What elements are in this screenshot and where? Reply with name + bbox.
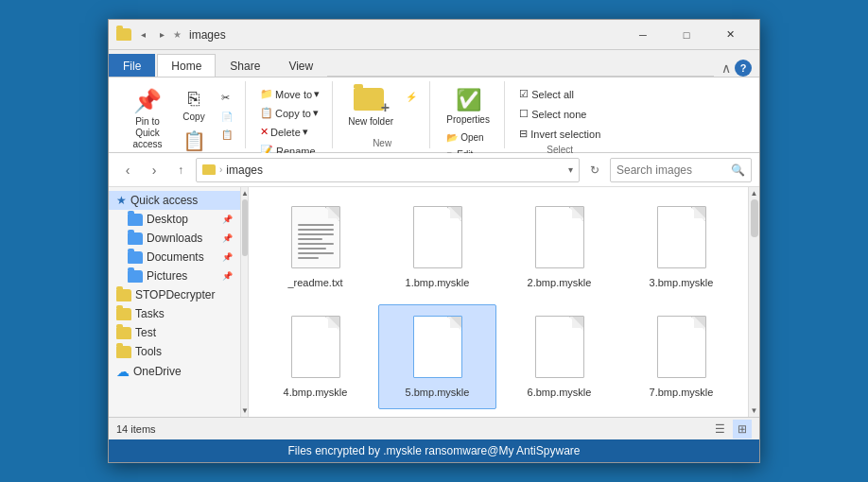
view-large-icons-button[interactable]: ⊞ xyxy=(733,420,752,439)
new-folder-label: New folder xyxy=(348,116,393,128)
sidebar-item-documents[interactable]: Documents 📌 xyxy=(109,248,240,267)
paste-icon: 📋 xyxy=(182,129,206,152)
ribbon-help-icon[interactable]: ? xyxy=(735,60,752,77)
path-dropdown-icon[interactable]: ▾ xyxy=(568,164,573,175)
invert-selection-button[interactable]: ⊟ Invert selection xyxy=(514,125,605,143)
sidebar-scroll-up[interactable]: ▲ xyxy=(241,187,248,198)
title-back-icon: ◂ xyxy=(135,27,150,43)
address-bar[interactable]: › images ▾ xyxy=(196,158,580,182)
content-scrollbar[interactable]: ▲ ▼ xyxy=(748,187,759,417)
sidebar-scroll-down[interactable]: ▼ xyxy=(241,406,248,417)
tab-share[interactable]: Share xyxy=(216,54,274,77)
documents-folder-icon xyxy=(128,251,143,264)
search-input[interactable] xyxy=(616,164,727,177)
forward-button[interactable]: › xyxy=(143,159,165,181)
sidebar-item-onedrive[interactable]: ☁ OneDrive xyxy=(109,361,240,382)
new-folder-button[interactable]: + New folder xyxy=(342,85,399,130)
list-item[interactable]: 1.bmp.myskle xyxy=(378,195,496,301)
sidebar-scrollbar[interactable]: ▲ ▼ xyxy=(241,187,249,417)
sidebar-label-tools: Tools xyxy=(135,345,162,358)
list-item[interactable]: 7.bmp.myskle xyxy=(622,304,740,410)
file-icon-7 xyxy=(651,311,712,383)
up-button[interactable]: ↑ xyxy=(169,159,192,181)
sidebar-item-quick-access[interactable]: ★ Quick access xyxy=(109,191,240,210)
sidebar-item-stopdecrypter[interactable]: STOPDecrypter xyxy=(109,285,240,304)
properties-button[interactable]: ✅ Properties xyxy=(440,85,496,128)
copy-path-icon: 📄 xyxy=(221,112,233,122)
title-quick-access-star: ★ xyxy=(173,29,182,40)
move-icon: 📁 xyxy=(260,88,273,100)
easy-access-icon: ⚡ xyxy=(406,92,417,102)
tab-file[interactable]: File xyxy=(109,54,155,77)
list-item[interactable]: 3.bmp.myskle xyxy=(622,195,740,301)
file-name-5: 5.bmp.myskle xyxy=(406,387,470,398)
sidebar-scroll-thumb[interactable] xyxy=(242,199,248,256)
organize-items: 📁 Move to ▾ 📋 Copy to ▾ ✕ Delete ▾ xyxy=(255,81,324,160)
sidebar-label-stopdecrypter: STOPDecrypter xyxy=(135,288,215,301)
sidebar-label-test: Test xyxy=(135,326,156,339)
sidebar-item-test[interactable]: Test xyxy=(109,323,240,342)
content-area: _readme.txt 1.bmp.myskle xyxy=(249,187,748,417)
copy-to-button[interactable]: 📋 Copy to ▾ xyxy=(255,104,323,122)
content-wrapper: ★ Quick access Desktop 📌 Downloads 📌 Doc… xyxy=(109,187,759,417)
sidebar-item-tools[interactable]: Tools xyxy=(109,342,240,361)
file-name-readme: _readme.txt xyxy=(287,277,342,288)
view-details-button[interactable]: ☰ xyxy=(710,420,729,439)
sidebar-item-downloads[interactable]: Downloads 📌 xyxy=(109,229,240,248)
select-none-button[interactable]: ☐ Select none xyxy=(514,105,591,123)
status-item-count: 14 items xyxy=(116,423,156,435)
downloads-folder-icon xyxy=(128,232,143,245)
ribbon-group-select: ☑ Select all ☐ Select none ⊟ Invert sele… xyxy=(507,81,613,148)
back-button[interactable]: ‹ xyxy=(116,159,139,181)
sidebar-item-desktop[interactable]: Desktop 📌 xyxy=(109,210,240,229)
content-scroll-thumb[interactable] xyxy=(751,199,758,237)
pin-to-quick-access-button[interactable]: 📌 Pin to Quick access xyxy=(124,85,171,153)
tab-home[interactable]: Home xyxy=(157,54,216,77)
copy-button[interactable]: ⎘ Copy xyxy=(173,85,215,125)
content-scroll-down[interactable]: ▼ xyxy=(749,406,759,417)
list-item[interactable]: 5.bmp.myskle xyxy=(378,304,496,410)
content-scroll-track xyxy=(749,198,759,406)
file-name-7: 7.bmp.myskle xyxy=(650,387,714,398)
status-bar-right: ☰ ⊞ xyxy=(710,420,752,439)
new-label: New xyxy=(373,136,391,148)
ribbon-collapse-icon[interactable]: ∧ xyxy=(721,60,731,76)
list-item[interactable]: 2.bmp.myskle xyxy=(500,195,618,301)
sidebar: ★ Quick access Desktop 📌 Downloads 📌 Doc… xyxy=(109,187,241,417)
select-all-icon: ☑ xyxy=(519,88,529,100)
ribbon-group-organize: 📁 Move to ▾ 📋 Copy to ▾ ✕ Delete ▾ xyxy=(248,81,333,148)
refresh-button[interactable]: ↻ xyxy=(583,159,606,181)
invert-label: Invert selection xyxy=(530,129,600,140)
list-item[interactable]: 4.bmp.myskle xyxy=(256,304,374,410)
sidebar-item-pictures[interactable]: Pictures 📌 xyxy=(109,267,240,285)
tab-view[interactable]: View xyxy=(274,54,327,77)
file-name-3: 3.bmp.myskle xyxy=(650,277,714,288)
copy-label: Copy xyxy=(182,112,204,122)
list-item[interactable]: _readme.txt xyxy=(256,195,374,301)
sidebar-item-tasks[interactable]: Tasks xyxy=(109,304,240,323)
easy-access-button[interactable]: ⚡ xyxy=(401,89,422,105)
cut-button[interactable]: ✂ xyxy=(217,89,237,107)
sidebar-label-desktop: Desktop xyxy=(147,213,188,226)
maximize-button[interactable]: □ xyxy=(665,20,708,50)
delete-button[interactable]: ✕ Delete ▾ xyxy=(255,123,313,141)
sidebar-label-pictures: Pictures xyxy=(147,269,187,283)
close-button[interactable]: ✕ xyxy=(708,20,752,50)
path-folder-icon xyxy=(202,164,216,175)
list-item[interactable]: 6.bmp.myskle xyxy=(500,304,618,410)
copy-to-dropdown-icon: ▾ xyxy=(313,107,319,119)
ribbon-content: 📌 Pin to Quick access ⎘ Copy 📋 Paste xyxy=(109,77,759,152)
paste-shortcut-button[interactable]: 📋 xyxy=(217,127,237,143)
copy-path-button[interactable]: 📄 xyxy=(217,109,237,125)
select-all-button[interactable]: ☑ Select all xyxy=(514,85,579,103)
ribbon-tab-bar: File Home Share View ∧ ? xyxy=(109,50,759,77)
minimize-button[interactable]: ─ xyxy=(621,20,665,50)
open-button[interactable]: 📂 Open xyxy=(442,129,495,146)
content-scroll-up[interactable]: ▲ xyxy=(749,187,759,198)
move-to-button[interactable]: 📁 Move to ▾ xyxy=(255,85,324,103)
tasks-folder-icon xyxy=(116,308,131,320)
sidebar-label-quick-access: Quick access xyxy=(130,194,198,207)
downloads-pin-icon: 📌 xyxy=(222,233,233,243)
search-box[interactable]: 🔍 xyxy=(610,158,752,182)
file-name-1: 1.bmp.myskle xyxy=(406,277,470,288)
